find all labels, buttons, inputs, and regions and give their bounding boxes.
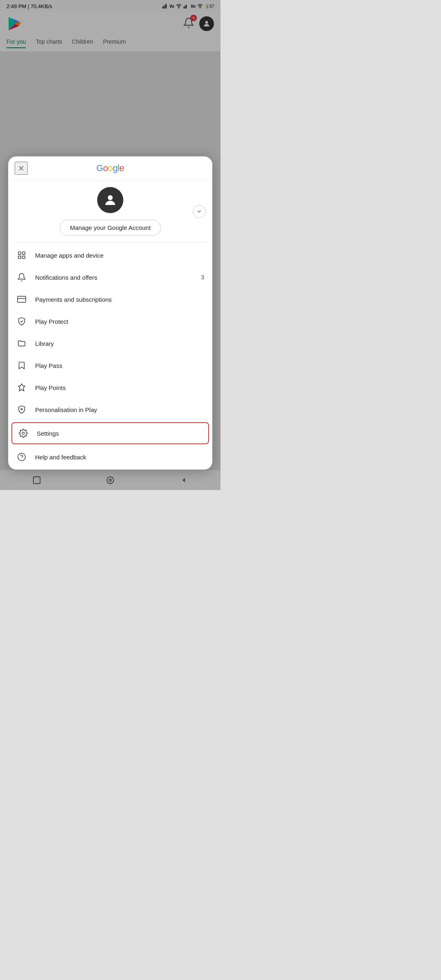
folder-icon [16, 338, 27, 349]
question-icon [16, 452, 27, 462]
bookmark-icon [16, 360, 27, 371]
svg-point-24 [22, 432, 24, 434]
sheet-header: Google [8, 156, 212, 180]
grid-icon [16, 250, 27, 261]
svg-rect-19 [18, 256, 21, 258]
menu-item-notifications[interactable]: Notifications and offers 3 [8, 266, 212, 288]
close-button[interactable] [15, 162, 28, 175]
menu-item-play-pass[interactable]: Play Pass [8, 354, 212, 376]
menu-item-settings[interactable]: Settings [11, 422, 209, 444]
play-protect-label: Play Protect [35, 318, 204, 325]
svg-point-23 [21, 408, 22, 410]
menu-item-play-points[interactable]: Play Points [8, 376, 212, 399]
menu-item-manage-apps[interactable]: Manage apps and device [8, 244, 212, 266]
svg-rect-21 [18, 296, 26, 303]
menu-item-library[interactable]: Library [8, 332, 212, 354]
menu-item-help[interactable]: Help and feedback [8, 446, 212, 468]
play-points-label: Play Points [35, 384, 204, 391]
play-pass-label: Play Pass [35, 362, 204, 369]
bell-icon [16, 272, 27, 283]
svg-rect-18 [22, 252, 25, 254]
library-label: Library [35, 340, 204, 347]
user-avatar-icon [103, 193, 118, 207]
menu-item-play-protect[interactable]: Play Protect [8, 310, 212, 332]
badge-shield-icon [16, 404, 27, 415]
svg-rect-17 [18, 252, 21, 254]
account-section: Manage your Google Account [8, 180, 212, 242]
account-dropdown-button[interactable] [193, 205, 206, 218]
help-label: Help and feedback [35, 454, 204, 461]
gear-icon [18, 428, 29, 439]
manage-apps-label: Manage apps and device [35, 252, 204, 259]
account-menu-sheet: Google Manage your Google Account Manage… [8, 156, 212, 470]
menu-list: Manage apps and device Notifications and… [8, 243, 212, 470]
svg-point-25 [18, 453, 25, 461]
settings-label: Settings [37, 430, 203, 437]
diamond-icon [16, 382, 27, 393]
payments-label: Payments and subscriptions [35, 296, 204, 303]
svg-rect-20 [22, 256, 25, 258]
chevron-down-icon [196, 209, 202, 214]
google-logo: Google [96, 163, 124, 174]
notifications-badge: 3 [201, 274, 204, 281]
manage-account-button[interactable]: Manage your Google Account [60, 220, 161, 236]
shield-icon [16, 316, 27, 327]
menu-item-personalisation[interactable]: Personalisation in Play [8, 399, 212, 421]
svg-point-16 [108, 195, 113, 200]
menu-item-payments[interactable]: Payments and subscriptions [8, 288, 212, 310]
notifications-label: Notifications and offers [35, 274, 193, 281]
avatar [97, 187, 123, 213]
card-icon [16, 294, 27, 305]
personalisation-label: Personalisation in Play [35, 406, 204, 413]
close-icon [17, 164, 25, 172]
